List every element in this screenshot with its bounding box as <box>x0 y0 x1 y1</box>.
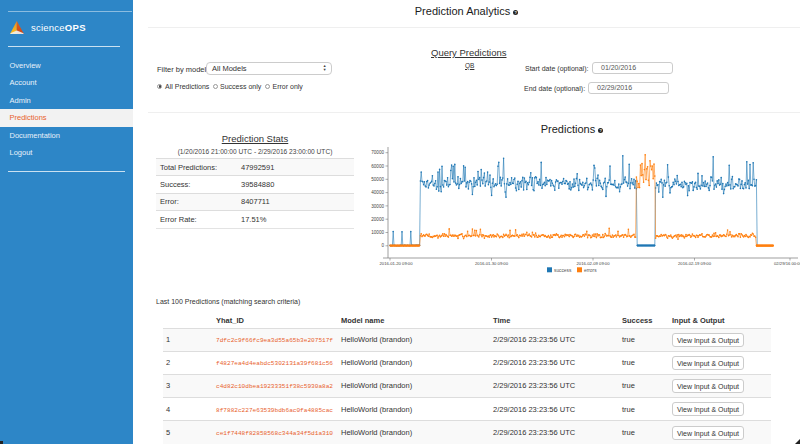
svg-text:02/29/16 00:00: 02/29/16 00:00 <box>774 261 800 266</box>
svg-text:2016-01-20 09:00: 2016-01-20 09:00 <box>379 261 413 266</box>
svg-text:2016-02-09 09:00: 2016-02-09 09:00 <box>576 261 610 266</box>
svg-text:50000: 50000 <box>371 177 384 182</box>
svg-text:errors: errors <box>584 268 597 273</box>
svg-text:2016-01-30 09:00: 2016-01-30 09:00 <box>475 261 509 266</box>
svg-text:40000: 40000 <box>371 190 384 195</box>
svg-text:20000: 20000 <box>371 217 384 222</box>
svg-text:60000: 60000 <box>371 164 384 169</box>
svg-text:0: 0 <box>381 243 384 248</box>
svg-text:2016-02-19 09:00: 2016-02-19 09:00 <box>678 261 712 266</box>
svg-text:70000: 70000 <box>371 150 384 155</box>
svg-text:success: success <box>554 268 572 273</box>
svg-text:30000: 30000 <box>371 204 384 209</box>
svg-text:10000: 10000 <box>371 230 384 235</box>
